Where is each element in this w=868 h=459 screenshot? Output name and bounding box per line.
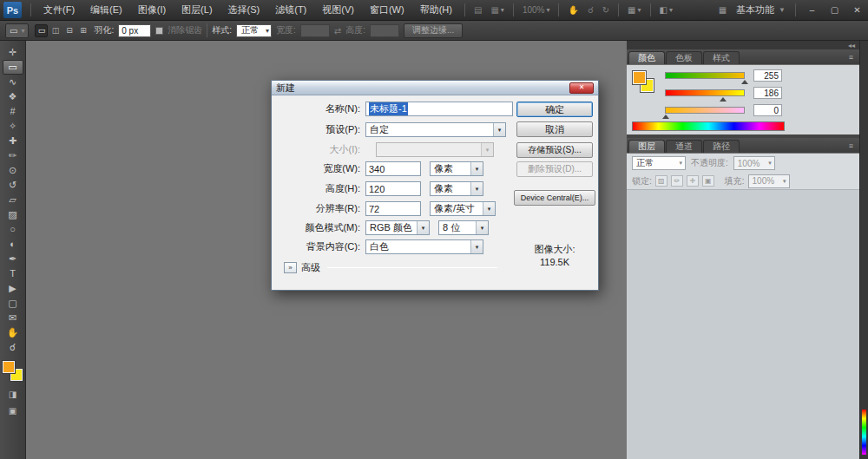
maximize-button[interactable]: ▢: [824, 3, 845, 16]
panel-menu-icon[interactable]: ≡: [843, 141, 859, 150]
tool-eyedropper[interactable]: ✧: [3, 119, 23, 134]
red-value[interactable]: 255: [753, 69, 782, 82]
menu-item-edit[interactable]: 编辑(E): [82, 0, 130, 21]
panel-foreground-swatch[interactable]: [633, 71, 646, 84]
antialias-checkbox[interactable]: [155, 27, 163, 35]
collapsed-panel-strip[interactable]: [859, 41, 868, 459]
grid-icon[interactable]: ▦▾: [486, 5, 508, 15]
blue-slider[interactable]: [665, 107, 745, 114]
tab-color[interactable]: 颜色: [628, 51, 665, 64]
advanced-toggle[interactable]: »: [284, 262, 297, 273]
menu-item-image[interactable]: 图像(I): [130, 0, 174, 21]
lock-transparent-icon[interactable]: ▨: [655, 175, 667, 187]
tool-shape[interactable]: ▢: [3, 296, 23, 311]
green-value[interactable]: 186: [753, 87, 782, 99]
tab-channels[interactable]: 通道: [666, 140, 702, 153]
ok-button[interactable]: 确定: [516, 102, 593, 117]
tool-healing-brush[interactable]: ✚: [3, 134, 23, 148]
menu-item-help[interactable]: 帮助(H): [412, 0, 460, 21]
dialog-titlebar[interactable]: 新建 ✕: [272, 81, 598, 95]
tool-type[interactable]: T: [3, 266, 23, 281]
photoshop-logo[interactable]: Ps: [3, 2, 22, 18]
color-spectrum-ramp[interactable]: [632, 121, 785, 131]
dialog-close-button[interactable]: ✕: [569, 82, 594, 94]
device-central-button[interactable]: Device Central(E)...: [514, 190, 595, 206]
zoom-tool-icon[interactable]: ☌: [583, 5, 598, 15]
blend-mode-select[interactable]: 正常▾: [632, 156, 686, 170]
tool-dodge[interactable]: ◐: [3, 237, 23, 252]
background-select[interactable]: 白色▾: [365, 239, 483, 254]
tool-hand[interactable]: ✋: [3, 325, 23, 340]
tab-swatches[interactable]: 色板: [666, 51, 702, 64]
tool-rect-marquee[interactable]: ▭: [3, 60, 23, 75]
collapse-dock-icon[interactable]: ◂◂: [848, 42, 855, 49]
height-option-input[interactable]: [370, 24, 399, 37]
feather-input[interactable]: 0 px: [118, 24, 151, 37]
screen-mode-toggle-icon[interactable]: ▣: [3, 403, 23, 417]
lock-all-icon[interactable]: ▣: [702, 175, 714, 187]
tool-crop[interactable]: #: [3, 104, 23, 119]
tool-blur[interactable]: ○: [3, 222, 23, 237]
swap-dimensions-icon[interactable]: ⇄: [334, 26, 341, 36]
close-window-button[interactable]: ✕: [846, 3, 868, 16]
color-mode-select[interactable]: RGB 颜色▾: [365, 220, 430, 235]
style-select[interactable]: 正常▾: [236, 24, 272, 37]
menu-item-view[interactable]: 视图(V): [314, 0, 362, 21]
name-input[interactable]: 未标题-1: [365, 102, 513, 116]
tool-eraser[interactable]: ▱: [3, 193, 23, 207]
preset-select[interactable]: 自定▾: [365, 122, 506, 137]
tab-layers[interactable]: 图层: [628, 140, 665, 153]
panel-menu-icon[interactable]: ≡: [843, 53, 859, 62]
tool-quick-selection[interactable]: ❖: [3, 89, 23, 104]
mode-new-selection-icon[interactable]: ▭: [35, 24, 48, 37]
tab-paths[interactable]: 路径: [703, 140, 740, 153]
width-unit-select[interactable]: 像素▾: [430, 161, 483, 176]
mode-add-selection-icon[interactable]: ◫: [49, 24, 62, 37]
green-slider-handle[interactable]: [720, 97, 727, 102]
resolution-input[interactable]: 72: [365, 201, 421, 216]
refine-edge-button[interactable]: 调整边缘...: [404, 23, 463, 38]
tool-clone-stamp[interactable]: ⊙: [3, 163, 23, 178]
arrange-documents-icon[interactable]: ▦▾: [623, 5, 645, 15]
tool-path-selection[interactable]: ▶: [3, 281, 23, 296]
color-depth-select[interactable]: 8 位▾: [438, 220, 489, 235]
width-option-input[interactable]: [300, 24, 330, 37]
rotate-view-icon[interactable]: ↻: [598, 5, 614, 15]
mode-subtract-selection-icon[interactable]: ⊟: [62, 24, 76, 37]
menu-item-file[interactable]: 文件(F): [36, 0, 82, 21]
view-extras-icon[interactable]: ▤: [470, 5, 486, 15]
menu-item-window[interactable]: 窗口(W): [362, 0, 412, 21]
tool-zoom[interactable]: ☌: [3, 340, 23, 355]
tool-history-brush[interactable]: ↺: [3, 178, 23, 193]
mode-intersect-selection-icon[interactable]: ⊞: [76, 24, 89, 37]
menu-item-select[interactable]: 选择(S): [220, 0, 268, 21]
height-input[interactable]: 120: [365, 181, 421, 196]
zoom-level-value[interactable]: 100%▾: [518, 5, 555, 15]
tool-lasso[interactable]: ∿: [3, 75, 23, 89]
lock-paint-icon[interactable]: ✏: [671, 175, 683, 187]
workspace-switcher[interactable]: 基本功能▼: [731, 3, 791, 16]
tool-pen[interactable]: ✒: [3, 252, 23, 266]
tool-gradient[interactable]: ▨: [3, 207, 23, 222]
tool-move[interactable]: ✛: [3, 45, 23, 60]
hand-tool-icon[interactable]: ✋: [563, 5, 582, 15]
blue-slider-handle[interactable]: [662, 115, 669, 119]
tool-preset-picker[interactable]: ▭▾: [5, 23, 29, 38]
menu-item-layer[interactable]: 图层(L): [174, 0, 220, 21]
red-slider-handle[interactable]: [741, 80, 748, 84]
tool-notes[interactable]: ✉: [3, 311, 23, 325]
green-slider[interactable]: [665, 89, 745, 96]
red-slider[interactable]: [665, 72, 745, 79]
resolution-unit-select[interactable]: 像素/英寸▾: [430, 201, 496, 216]
minimize-button[interactable]: –: [801, 3, 823, 16]
quick-mask-icon[interactable]: ◨: [3, 387, 23, 401]
save-preset-button[interactable]: 存储预设(S)...: [516, 142, 593, 158]
tab-styles[interactable]: 样式: [703, 51, 740, 64]
height-unit-select[interactable]: 像素▾: [430, 181, 483, 196]
lock-move-icon[interactable]: ✛: [687, 175, 699, 187]
foreground-color-swatch[interactable]: [3, 361, 15, 373]
menu-item-filter[interactable]: 滤镜(T): [267, 0, 314, 21]
width-input[interactable]: 340: [365, 161, 421, 176]
blue-value[interactable]: 0: [753, 104, 782, 116]
cancel-button[interactable]: 取消: [516, 121, 593, 137]
